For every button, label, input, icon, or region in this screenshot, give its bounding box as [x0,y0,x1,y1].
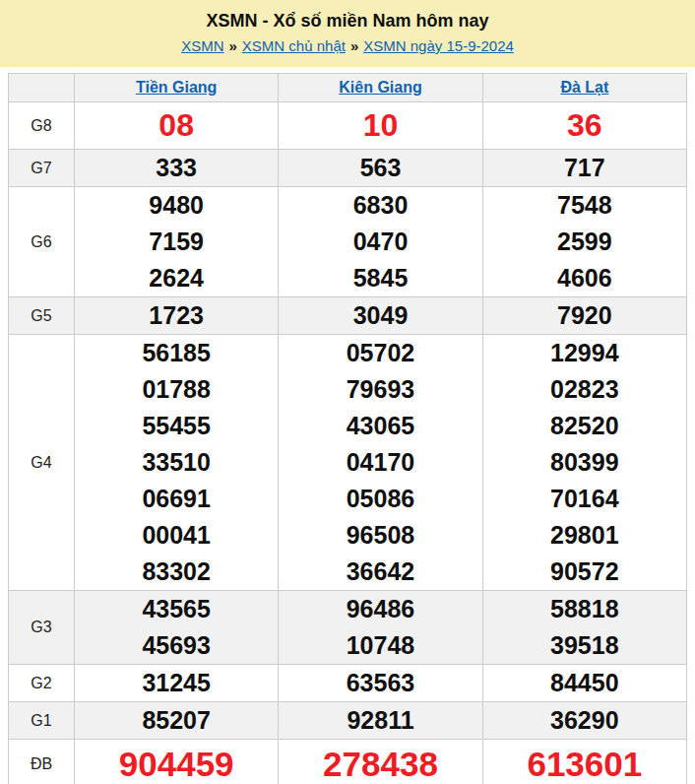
result-cell: 63563 [279,665,482,702]
province-link[interactable]: Kiên Giang [339,79,421,96]
province-column-header: Tiền Giang [75,74,279,102]
result-cell: 36290 [482,702,686,740]
result-number: 36290 [483,702,686,739]
result-number: 96486 [279,591,481,627]
result-number: 79693 [279,371,481,408]
result-number: 45693 [75,627,278,664]
result-number: 10748 [279,627,481,664]
result-cell: 333 [75,150,279,187]
result-cell: 948071592624 [75,187,279,297]
result-cell: 717 [482,150,686,187]
result-cell: 85207 [75,702,279,740]
result-cell: 563 [279,150,482,187]
result-number: 613601 [483,740,686,784]
prize-row-g3: G3435654569396486107485881839518 [9,591,687,665]
result-number: 02823 [483,371,686,408]
prize-row-đb: ĐB904459278438613601 [9,740,687,784]
prize-row-g1: G1852079281136290 [9,702,687,740]
result-number: 80399 [483,444,686,481]
province-column-header: Đà Lạt [482,74,686,102]
result-number: 12994 [483,335,686,371]
result-number: 90572 [483,554,686,590]
prize-row-g5: G5172330497920 [9,297,687,335]
province-header-row: Tiền GiangKiên GiangĐà Lạt [9,74,687,102]
result-cell: 5881839518 [482,591,686,665]
result-cell: 754825994606 [482,187,686,297]
result-number: 3049 [279,297,481,334]
result-cell: 12994028238252080399701642980190572 [482,335,686,591]
prize-row-g4: G456185017885545533510066910004183302057… [9,335,687,591]
result-number: 1723 [75,297,278,334]
prize-label: G3 [9,591,75,665]
breadcrumb: XSMN»XSMN chủ nhật»XSMN ngày 15-9-2024 [0,37,695,54]
prize-row-g7: G7333563717 [9,150,687,187]
result-number: 55455 [75,408,278,444]
result-number: 31245 [75,665,278,701]
result-number: 00041 [75,517,278,554]
province-column-header: Kiên Giang [279,74,482,102]
result-cell: 36 [482,102,686,150]
result-cell: 56185017885545533510066910004183302 [75,335,279,591]
results-container: Tiền GiangKiên GiangĐà Lạt G8081036G7333… [0,67,695,784]
result-number: 43565 [75,591,278,627]
result-number: 85207 [75,702,278,739]
result-cell: 05702796934306504170050869650836642 [279,335,482,591]
result-number: 6830 [279,187,481,224]
result-number: 36642 [279,554,481,590]
page-header: XSMN - Xổ số miền Nam hôm nay XSMN»XSMN … [0,0,695,67]
result-number: 7920 [483,297,686,334]
prize-label: ĐB [9,740,75,784]
result-number: 5845 [279,260,481,296]
result-number: 2624 [75,260,278,296]
prize-label: G5 [9,297,75,335]
result-number: 36 [483,102,686,149]
result-number: 0470 [279,224,481,260]
result-number: 08 [75,102,278,149]
result-cell: 904459 [75,740,279,784]
page-title: XSMN - Xổ số miền Nam hôm nay [0,11,695,32]
result-cell: 278438 [279,740,482,784]
result-number: 7159 [75,224,278,260]
province-link[interactable]: Tiền Giang [136,79,217,96]
result-cell: 613601 [482,740,686,784]
result-number: 04170 [279,444,481,481]
breadcrumb-link-xsmn[interactable]: XSMN [181,37,223,54]
result-number: 63563 [279,665,481,701]
result-number: 29801 [483,517,686,554]
result-number: 70164 [483,481,686,517]
result-number: 06691 [75,481,278,517]
prize-row-g2: G2312456356384450 [9,665,687,702]
result-number: 43065 [279,408,481,444]
result-number: 39518 [483,627,686,664]
result-cell: 10 [279,102,482,150]
result-number: 92811 [279,702,481,739]
result-number: 83302 [75,554,278,590]
result-number: 05702 [279,335,481,371]
prize-row-g8: G8081036 [9,102,687,150]
prize-row-g6: G6948071592624683004705845754825994606 [9,187,687,297]
breadcrumb-link-xsmn-chu-nhat[interactable]: XSMN chủ nhật [242,37,346,54]
result-cell: 84450 [482,665,686,702]
result-cell: 1723 [75,297,279,335]
result-number: 56185 [75,335,278,371]
result-number: 904459 [75,740,278,784]
lottery-results-table: Tiền GiangKiên GiangĐà Lạt G8081036G7333… [8,73,687,784]
result-number: 7548 [483,187,686,224]
result-number: 333 [75,150,278,186]
prize-column-header [9,74,75,102]
result-cell: 3049 [279,297,482,335]
prize-label: G4 [9,335,75,591]
breadcrumb-separator: » [229,37,237,54]
result-cell: 4356545693 [75,591,279,665]
result-number: 05086 [279,481,481,517]
result-number: 2599 [483,224,686,260]
breadcrumb-link-xsmn-date[interactable]: XSMN ngày 15-9-2024 [363,37,514,54]
result-number: 33510 [75,444,278,481]
result-number: 10 [279,102,481,149]
result-cell: 683004705845 [279,187,482,297]
result-cell: 9648610748 [279,591,482,665]
result-number: 9480 [75,187,278,224]
breadcrumb-separator: » [350,37,358,54]
province-link[interactable]: Đà Lạt [560,79,608,96]
result-number: 278438 [279,740,481,784]
